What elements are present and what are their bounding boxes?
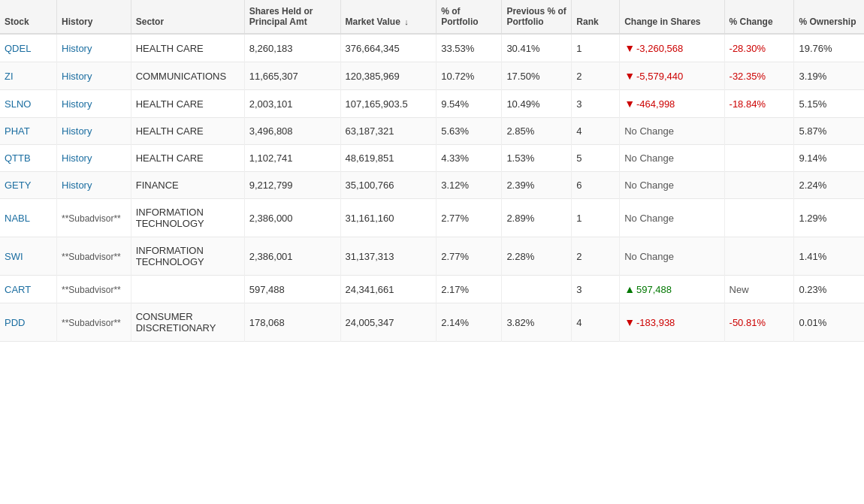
- subadvisor-label: **Subadvisor**: [62, 213, 121, 224]
- col-header-market[interactable]: Market Value ↓: [340, 0, 437, 34]
- main-table-container: Stock History Sector Shares Held or Prin…: [0, 0, 864, 342]
- cell-history: History: [57, 145, 131, 172]
- cell-change-shares: No Change: [620, 237, 724, 276]
- cell-ownership: 0.23%: [794, 276, 864, 303]
- history-link[interactable]: History: [62, 98, 92, 110]
- cell-history: History: [57, 90, 131, 118]
- cell-ownership: 19.76%: [794, 34, 864, 62]
- stock-link[interactable]: CART: [5, 284, 31, 295]
- cell-rank: 5: [572, 145, 620, 172]
- history-link[interactable]: History: [62, 125, 92, 137]
- up-arrow-icon: ▲: [624, 283, 635, 295]
- cell-market-value: 24,341,661: [340, 276, 437, 303]
- cell-shares: 2,003,101: [244, 90, 340, 118]
- pct-change-value: -32.35%: [730, 71, 766, 82]
- history-link[interactable]: History: [62, 180, 92, 191]
- col-header-prev-pct: Previous % of Portfolio: [502, 0, 572, 34]
- cell-rank: 3: [572, 276, 620, 303]
- cell-ownership: 5.15%: [794, 90, 864, 118]
- stock-link[interactable]: ZI: [5, 71, 14, 82]
- cell-pct-change: [724, 199, 794, 237]
- new-badge: New: [730, 284, 749, 295]
- history-link[interactable]: History: [62, 152, 92, 164]
- stock-link[interactable]: PHAT: [5, 125, 30, 137]
- cell-stock: PDD: [0, 303, 57, 342]
- cell-change-shares: No Change: [620, 145, 724, 172]
- table-row: GETYHistoryFINANCE9,212,79935,100,7663.1…: [0, 172, 864, 199]
- history-link[interactable]: History: [62, 43, 92, 54]
- cell-prev-pct: 10.49%: [502, 90, 572, 118]
- cell-change-shares: ▼-5,579,440: [620, 62, 724, 90]
- cell-pct-portfolio: 3.12%: [437, 172, 502, 199]
- col-header-change-shares: Change in Shares: [620, 0, 724, 34]
- col-header-ownership: % Ownership: [794, 0, 864, 34]
- cell-market-value: 35,100,766: [340, 172, 437, 199]
- cell-ownership: 0.01%: [794, 303, 864, 342]
- stock-link[interactable]: GETY: [5, 180, 31, 191]
- subadvisor-label: **Subadvisor**: [62, 252, 121, 262]
- cell-pct-portfolio: 2.77%: [437, 199, 502, 237]
- cell-pct-change: [724, 172, 794, 199]
- stock-link[interactable]: SLNO: [5, 98, 31, 110]
- cell-history: History: [57, 118, 131, 145]
- stock-link[interactable]: QDEL: [5, 43, 31, 54]
- table-row: SWI**Subadvisor**INFORMATION TECHNOLOGY2…: [0, 237, 864, 276]
- cell-prev-pct: [502, 276, 572, 303]
- change-value: -3,260,568: [636, 43, 683, 54]
- cell-ownership: 2.24%: [794, 172, 864, 199]
- cell-rank: 6: [572, 172, 620, 199]
- stock-link[interactable]: NABL: [5, 213, 30, 224]
- cell-stock: CART: [0, 276, 57, 303]
- cell-stock: NABL: [0, 199, 57, 237]
- cell-shares: 178,068: [244, 303, 340, 342]
- cell-sector: [131, 276, 244, 303]
- cell-market-value: 107,165,903.5: [340, 90, 437, 118]
- cell-sector: HEALTH CARE: [131, 145, 244, 172]
- cell-pct-change: [724, 237, 794, 276]
- cell-prev-pct: 1.53%: [502, 145, 572, 172]
- cell-history: **Subadvisor**: [57, 303, 131, 342]
- cell-sector: HEALTH CARE: [131, 90, 244, 118]
- history-link[interactable]: History: [62, 71, 92, 82]
- col-header-stock: Stock: [0, 0, 57, 34]
- cell-stock: GETY: [0, 172, 57, 199]
- table-row: PDD**Subadvisor**CONSUMER DISCRETIONARY1…: [0, 303, 864, 342]
- down-arrow-icon: ▼: [624, 98, 635, 110]
- stock-link[interactable]: SWI: [5, 251, 23, 262]
- cell-shares: 11,665,307: [244, 62, 340, 90]
- cell-pct-portfolio: 9.54%: [437, 90, 502, 118]
- no-change-label: No Change: [624, 180, 674, 191]
- cell-stock: SLNO: [0, 90, 57, 118]
- cell-ownership: 3.19%: [794, 62, 864, 90]
- cell-prev-pct: 3.82%: [502, 303, 572, 342]
- cell-rank: 3: [572, 90, 620, 118]
- cell-market-value: 376,664,345: [340, 34, 437, 62]
- cell-history: History: [57, 172, 131, 199]
- cell-shares: 2,386,000: [244, 199, 340, 237]
- col-header-shares: Shares Held or Principal Amt: [244, 0, 340, 34]
- cell-market-value: 31,161,160: [340, 199, 437, 237]
- cell-pct-portfolio: 5.63%: [437, 118, 502, 145]
- cell-market-value: 120,385,969: [340, 62, 437, 90]
- stock-link[interactable]: PDD: [5, 317, 25, 328]
- cell-change-shares: No Change: [620, 172, 724, 199]
- table-header-row: Stock History Sector Shares Held or Prin…: [0, 0, 864, 34]
- stock-link[interactable]: QTTB: [5, 152, 31, 164]
- pct-change-value: -28.30%: [730, 43, 766, 54]
- subadvisor-label: **Subadvisor**: [62, 285, 121, 295]
- no-change-label: No Change: [624, 125, 674, 137]
- down-arrow-icon: ▼: [624, 316, 635, 328]
- cell-history: **Subadvisor**: [57, 276, 131, 303]
- table-body: QDELHistoryHEALTH CARE8,260,183376,664,3…: [0, 34, 864, 342]
- cell-prev-pct: 17.50%: [502, 62, 572, 90]
- col-header-rank: Rank: [572, 0, 620, 34]
- cell-sector: HEALTH CARE: [131, 34, 244, 62]
- cell-stock: ZI: [0, 62, 57, 90]
- change-value: -5,579,440: [636, 71, 683, 82]
- cell-ownership: 9.14%: [794, 145, 864, 172]
- table-row: CART**Subadvisor**597,48824,341,6612.17%…: [0, 276, 864, 303]
- subadvisor-label: **Subadvisor**: [62, 318, 121, 328]
- cell-change-shares: ▼-3,260,568: [620, 34, 724, 62]
- cell-prev-pct: 2.89%: [502, 199, 572, 237]
- table-row: NABL**Subadvisor**INFORMATION TECHNOLOGY…: [0, 199, 864, 237]
